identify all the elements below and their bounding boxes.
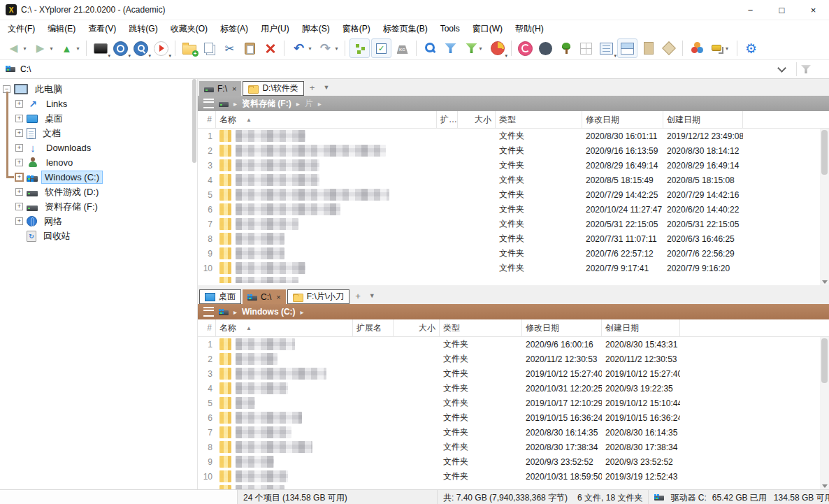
column-header[interactable]: 扩… (437, 111, 458, 128)
menu-item[interactable]: 文件(F) (1, 20, 41, 37)
toolbar-button[interactable] (737, 41, 737, 56)
file-row[interactable]: 4 文件夹 2020/10/31 12:20:25 2020/9/3 19:22… (198, 381, 829, 396)
column-header[interactable]: 修改日期 (522, 319, 602, 336)
toolbar-button[interactable] (393, 39, 412, 57)
toolbar-button[interactable] (180, 39, 199, 57)
toolbar-button[interactable] (345, 41, 345, 56)
tree-scrollbar-thumb[interactable] (192, 79, 196, 163)
scrollbar-thumb[interactable] (821, 130, 828, 175)
column-header[interactable]: 大小 (458, 111, 496, 128)
hamburger-menu-icon[interactable] (203, 307, 214, 317)
toolbar-button[interactable] (57, 39, 82, 57)
toolbar-button[interactable] (639, 39, 658, 57)
tree-item[interactable]: + 网络 (0, 214, 197, 229)
menu-item[interactable]: 编辑(E) (41, 20, 82, 37)
toolbar-button[interactable] (86, 41, 87, 56)
minimize-button[interactable]: − (735, 0, 766, 20)
file-row[interactable]: 7 文件夹 2020/5/31 22:15:05 2020/5/31 22:15… (198, 217, 829, 231)
column-header[interactable]: # (198, 111, 216, 128)
toolbar-button[interactable] (200, 39, 219, 57)
column-header[interactable]: 名称▲ (216, 319, 353, 336)
toolbar-button[interactable] (111, 39, 130, 57)
menu-item[interactable]: 查看(V) (82, 20, 122, 37)
tree-expander[interactable]: + (15, 217, 23, 225)
breadcrumb-segment[interactable]: Windows (C:) (242, 307, 296, 317)
column-header[interactable]: 类型 (440, 319, 522, 336)
toolbar-button[interactable] (131, 39, 150, 57)
menu-item[interactable]: 跳转(G) (122, 20, 164, 37)
file-row[interactable]: 1 文件夹 2020/8/30 16:01:11 2019/12/12 23:4… (198, 129, 829, 143)
file-row[interactable]: 2 文件夹 2020/9/16 16:13:59 2020/8/30 18:14… (198, 143, 829, 158)
toolbar-button[interactable] (682, 41, 683, 56)
address-dropdown-button[interactable] (771, 67, 792, 71)
top-list-scrollbar[interactable] (820, 129, 829, 285)
column-header[interactable]: 创建日期 (602, 319, 680, 336)
file-row[interactable]: 5 文件夹 2020/7/29 14:42:25 2020/7/29 14:42… (198, 187, 829, 202)
file-row[interactable]: 3 文件夹 2019/10/12 15:27:40 2019/10/12 15:… (198, 366, 829, 381)
toolbar-button[interactable] (488, 39, 507, 57)
column-header[interactable]: 扩展名 (353, 319, 394, 336)
toolbar-button[interactable] (289, 39, 314, 57)
file-row[interactable]: 7 文件夹 2020/8/30 16:14:35 2020/8/30 16:14… (198, 425, 829, 440)
tab[interactable]: F:\片\小刀 (287, 289, 349, 304)
tab[interactable]: D:\软件类 (243, 81, 303, 96)
tab-list-dropdown[interactable]: ▼ (365, 292, 380, 299)
tab[interactable]: F:\ × (199, 81, 241, 96)
file-row[interactable]: 9 文件夹 2020/9/3 23:52:52 2020/9/3 23:52:5… (198, 454, 829, 469)
tree-item[interactable]: + 资料存储 (F:) (0, 199, 197, 214)
tree-item[interactable]: − 此电脑 (0, 82, 197, 96)
address-input[interactable] (20, 64, 552, 74)
breadcrumb-segment[interactable]: 资料存储 (F:) (242, 98, 291, 110)
tab[interactable]: 桌面 (199, 289, 241, 304)
close-button[interactable]: × (798, 0, 829, 20)
toolbar-button[interactable] (577, 39, 596, 57)
menu-item[interactable]: 标签(A) (214, 20, 254, 37)
tree-expander[interactable]: + (15, 115, 23, 122)
tree-item[interactable]: + 软件游戏 (D:) (0, 185, 197, 199)
toolbar-button[interactable] (152, 39, 171, 57)
menu-item[interactable]: 帮助(H) (509, 20, 550, 37)
toolbar-button[interactable] (175, 41, 175, 56)
toolbar-button[interactable] (240, 39, 259, 57)
toolbar-button[interactable] (617, 38, 637, 58)
toolbar-button[interactable] (707, 39, 733, 57)
new-tab-button[interactable]: + (305, 82, 319, 93)
scrollbar-thumb[interactable] (821, 338, 828, 383)
toolbar-button[interactable] (687, 39, 706, 57)
file-row[interactable]: 6 文件夹 2020/10/24 11:27:47 2020/6/20 14:4… (198, 202, 829, 217)
toolbar-button[interactable] (536, 39, 555, 57)
menu-item[interactable]: 标签页集(B) (377, 20, 434, 37)
tree-expander[interactable]: + (15, 129, 23, 137)
tree-expander[interactable]: + (15, 173, 24, 182)
toolbar-button[interactable] (659, 39, 678, 57)
toolbar-button[interactable] (556, 39, 575, 57)
tree-expander[interactable]: + (15, 188, 23, 196)
tree-item[interactable]: + Links (0, 96, 197, 111)
tree-item[interactable]: + lenovo (0, 155, 197, 170)
tree-item[interactable]: 回收站 (0, 229, 197, 243)
column-header[interactable]: 大小 (394, 319, 440, 336)
toolbar-button[interactable] (30, 39, 55, 57)
tree-item[interactable]: + Windows (C:) (0, 170, 197, 185)
hamburger-menu-icon[interactable] (203, 99, 214, 108)
toolbar-button[interactable] (3, 39, 29, 57)
file-row[interactable]: 10 文件夹 2020/7/9 9:17:41 2020/7/9 9:16:20 (198, 261, 829, 275)
tree-item[interactable]: + 桌面 (0, 111, 197, 126)
file-row[interactable]: 8 文件夹 2020/8/30 17:38:34 2020/8/30 17:38… (198, 440, 829, 454)
toolbar-button[interactable] (284, 41, 284, 56)
file-row[interactable]: 9 文件夹 2020/7/6 22:57:12 2020/7/6 22:56:2… (198, 246, 829, 261)
file-row[interactable]: 6 文件夹 2019/10/15 16:36:24 2019/10/15 16:… (198, 410, 829, 425)
tab[interactable]: C:\ × (243, 289, 286, 304)
column-header[interactable]: 类型 (496, 111, 582, 128)
toolbar-button[interactable] (742, 39, 760, 57)
tree-item[interactable]: + Downloads (0, 141, 197, 155)
tree-expander[interactable]: + (15, 159, 23, 166)
address-filter-button[interactable] (801, 65, 829, 73)
toolbar-button[interactable] (516, 39, 535, 57)
tree-item[interactable]: + 文档 (0, 126, 197, 141)
toolbar-button[interactable] (91, 39, 110, 57)
toolbar-button[interactable] (261, 39, 280, 57)
file-row[interactable]: 3 文件夹 2020/8/29 16:49:14 2020/8/29 16:49… (198, 158, 829, 173)
tab-close-icon[interactable]: × (276, 293, 280, 301)
toolbar-button[interactable] (461, 39, 486, 57)
